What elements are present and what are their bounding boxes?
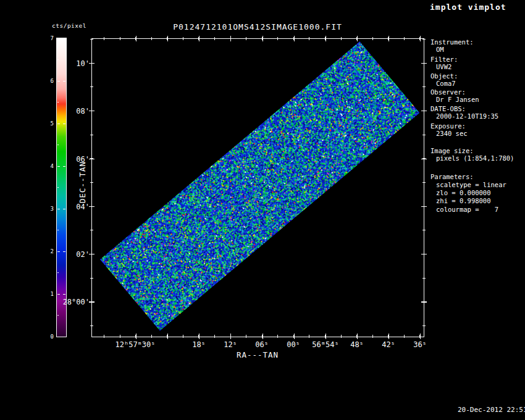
- info-param-zhi: zhi = 0.998000: [436, 197, 491, 204]
- info-value-filter: UVW2: [436, 63, 452, 70]
- info-label-parameters: Parameters:: [430, 173, 474, 180]
- timestamp: 20-Dec-2012 22:51: [458, 406, 525, 414]
- info-value-date-obs: 2000-12-10T19:35: [436, 112, 498, 120]
- info-param-zlo: zlo = 0.000000: [436, 189, 491, 196]
- info-value-image-size: pixels (1:854,1:780): [436, 154, 514, 162]
- y-axis-title: DEC--TAN: [78, 161, 87, 203]
- x-tick-label: 12ʰ57ᵐ30ˢ: [115, 340, 155, 349]
- info-label-observer: Observer:: [430, 88, 466, 96]
- implot-window: implot vimplot P0124712101OMS412SIMAGE10…: [0, 0, 525, 420]
- plot-title: P0124712101OMS412SIMAGE1000.FIT: [173, 22, 342, 32]
- y-axis-minor-ticks-left: [90, 39, 93, 327]
- x-tick-label: 06ˢ: [255, 340, 269, 349]
- y-tick-label: 04': [43, 203, 90, 211]
- x-tick-label: 12ˢ: [224, 340, 237, 349]
- colorbar-tick-label: 1: [44, 291, 54, 297]
- image-band-canvas: [100, 41, 420, 331]
- info-value-observer: Dr F Jansen: [436, 96, 479, 103]
- info-label-exposure: Exposure:: [430, 122, 466, 130]
- app-title: implot vimplot: [430, 2, 506, 12]
- colorbar-major-ticks-right: [63, 38, 65, 337]
- x-axis-minor-ticks-top: [104, 37, 421, 40]
- y-tick-label: 02': [43, 250, 90, 259]
- x-tick-label: 36ˢ: [413, 340, 427, 349]
- x-tick-label: 18ˢ: [192, 340, 206, 349]
- info-param-colourmap: colourmap = 7: [436, 206, 498, 213]
- colorbar-tick-label: 6: [44, 78, 54, 84]
- colorbar-tick-label: 7: [44, 35, 54, 41]
- info-value-object: Coma7: [436, 80, 456, 87]
- info-value-instrument: OM: [436, 46, 444, 53]
- info-label-object: Object:: [430, 72, 458, 80]
- info-param-scaletype: scaletype = linear: [436, 181, 506, 188]
- x-tick-label: 42ˢ: [382, 340, 395, 349]
- x-tick-label: 00ˢ: [287, 340, 300, 349]
- colorbar-tick-label: 4: [44, 163, 54, 169]
- y-tick-label: 08': [43, 107, 90, 116]
- colorbar-minor-ticks-left: [57, 59, 59, 316]
- info-label-instrument: Instrument:: [430, 38, 474, 46]
- info-value-exposure: 2340 sec: [436, 130, 468, 137]
- y-tick-label: 28°00': [43, 298, 90, 306]
- colorbar-tick-label: 0: [44, 334, 54, 340]
- info-label-filter: Filter:: [430, 56, 458, 63]
- x-tick-label: 56ᵐ54ˢ: [312, 340, 338, 349]
- colorbar-units-label: cts/pixel: [52, 22, 86, 29]
- y-tick-label: 10': [43, 59, 90, 68]
- x-axis-minor-ticks-bottom: [104, 335, 421, 338]
- colorbar-tick-label: 5: [44, 120, 54, 127]
- info-label-date-obs: DATE-OBS:: [430, 105, 466, 112]
- x-axis-title: RA---TAN: [237, 350, 279, 359]
- info-label-image-size: Image size:: [430, 147, 474, 154]
- image-band: [100, 41, 420, 331]
- y-axis-minor-ticks-right: [422, 39, 426, 327]
- x-tick-label: 48ˢ: [350, 340, 364, 349]
